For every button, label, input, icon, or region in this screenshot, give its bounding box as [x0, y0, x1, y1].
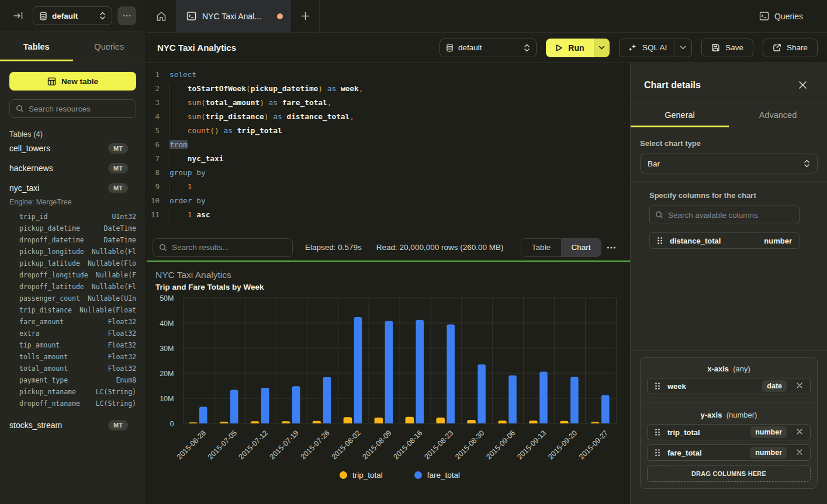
- run-button[interactable]: Run: [546, 39, 594, 57]
- engine-badge: MT: [108, 163, 128, 173]
- column-row[interactable]: pickup_latitudeNullable(Flo: [9, 258, 136, 269]
- tab-general[interactable]: General: [631, 103, 729, 127]
- home-button[interactable]: [147, 0, 176, 32]
- new-table-label: New table: [61, 77, 98, 86]
- table-row[interactable]: cell_towersMT: [9, 138, 136, 158]
- column-row[interactable]: dropoff_latitudeNullable(Fl: [9, 281, 136, 293]
- column-row[interactable]: pickup_datetimeDateTime: [9, 223, 136, 234]
- collapse-sidebar-icon[interactable]: [13, 11, 23, 21]
- axis-column-item[interactable]: weekdate: [647, 378, 811, 394]
- legend-item[interactable]: trip_total: [340, 471, 383, 479]
- axis-column-item[interactable]: trip_totalnumber: [647, 424, 811, 440]
- sql-ai-button[interactable]: SQL AI: [620, 39, 674, 57]
- axis-column-type-badge: number: [750, 426, 787, 438]
- column-row[interactable]: fare_amountFloat32: [9, 316, 136, 328]
- column-name: pickup_datetime: [19, 223, 80, 234]
- save-icon: [711, 43, 720, 52]
- x-axis-name: x-axis: [707, 364, 729, 373]
- tab-advanced[interactable]: Advanced: [729, 103, 827, 127]
- drag-handle-icon[interactable]: [655, 428, 660, 436]
- axis-column-item[interactable]: fare_totalnumber: [647, 444, 811, 461]
- column-type: Float32: [108, 351, 136, 363]
- column-name: fare_amount: [19, 316, 64, 328]
- queries-link[interactable]: Queries: [759, 0, 827, 32]
- column-name: trip_distance: [19, 304, 72, 316]
- legend-dot: [414, 471, 422, 479]
- svg-text:10M: 10M: [160, 395, 174, 403]
- legend-item[interactable]: fare_total: [414, 471, 460, 479]
- column-row[interactable]: dropoff_longitudeNullable(F: [9, 269, 136, 281]
- column-type: Nullable(Fl: [92, 246, 136, 258]
- column-row[interactable]: dropoff_datetimeDateTime: [9, 234, 136, 246]
- available-column-item[interactable]: distance_total number: [649, 232, 800, 249]
- drop-zone[interactable]: DRAG COLUMNS HERE: [647, 465, 811, 482]
- table-row[interactable]: stocks_streamMT: [9, 415, 136, 435]
- code-line: 10order by: [147, 194, 630, 208]
- code-text: 1 asc: [160, 208, 210, 222]
- column-row[interactable]: dropoff_ntanameLC(String): [9, 398, 136, 409]
- engine-badge: MT: [108, 183, 128, 193]
- sql-ai-caret[interactable]: [674, 39, 691, 57]
- view-toggle-chart[interactable]: Chart: [561, 239, 601, 256]
- columns-search-input[interactable]: [668, 211, 794, 220]
- code-line: 5 count() as trip_total: [147, 124, 630, 138]
- axis-column-name: trip_total: [667, 428, 743, 437]
- remove-icon[interactable]: [796, 382, 804, 390]
- table-row[interactable]: nyc_taxiMT: [9, 178, 136, 198]
- remove-icon[interactable]: [796, 428, 804, 436]
- header-database-value: default: [458, 43, 519, 52]
- code-text: sum(total_amount) as fare_total,: [160, 96, 331, 110]
- view-toggle-table[interactable]: Table: [521, 239, 561, 256]
- new-table-button[interactable]: New table: [9, 72, 136, 91]
- sparkles-icon: [628, 43, 637, 53]
- column-name: pickup_ntaname: [19, 386, 76, 398]
- column-type: UInt32: [112, 211, 136, 223]
- code-line: 2 toStartOfWeek(pickup_datetime) as week…: [147, 82, 630, 96]
- column-type: LC(String): [96, 398, 136, 409]
- chart-type-select[interactable]: Bar: [640, 154, 818, 173]
- column-row[interactable]: trip_idUInt32: [9, 211, 136, 223]
- drag-handle-icon[interactable]: [657, 237, 663, 245]
- workspace: 1select2 toStartOfWeek(pickup_datetime) …: [147, 63, 630, 504]
- terminal-icon: [759, 11, 769, 21]
- results-search-input[interactable]: [172, 243, 286, 252]
- sidebar-search-input[interactable]: [29, 105, 130, 113]
- header-database-selector[interactable]: default: [440, 39, 537, 57]
- columns-spec-label: Specify columns for the chart: [649, 191, 800, 200]
- tab-queries[interactable]: Queries: [73, 32, 146, 61]
- column-row[interactable]: pickup_ntanameLC(String): [9, 386, 136, 398]
- sidebar-more-button[interactable]: [117, 6, 136, 25]
- close-icon[interactable]: [798, 80, 808, 91]
- share-button[interactable]: Share: [763, 39, 818, 57]
- database-selector[interactable]: default: [33, 6, 112, 25]
- search-icon: [655, 211, 663, 219]
- column-type: Enum8: [116, 374, 136, 386]
- query-tab[interactable]: NYC Taxi Anal...: [176, 0, 292, 32]
- save-button[interactable]: Save: [701, 39, 753, 57]
- code-text: select: [160, 68, 196, 82]
- bar-chart[interactable]: 010M20M30M40M50M2015-06-282015-07-052015…: [147, 262, 631, 504]
- tab-tables[interactable]: Tables: [0, 32, 73, 61]
- tables-list: cell_towersMThackernewsMTnyc_taxiMT: [9, 138, 136, 198]
- column-row[interactable]: pickup_longitudeNullable(Fl: [9, 246, 136, 258]
- column-row[interactable]: trip_distanceNullable(Float: [9, 304, 136, 316]
- results-more-button[interactable]: [607, 246, 622, 249]
- code-text: 1: [160, 180, 192, 194]
- column-row[interactable]: payment_typeEnum8: [9, 374, 136, 386]
- save-button-label: Save: [725, 43, 743, 52]
- queries-link-label: Queries: [774, 12, 803, 21]
- column-row[interactable]: tolls_amountFloat32: [9, 351, 136, 363]
- column-row[interactable]: total_amountFloat32: [9, 363, 136, 374]
- new-tab-button[interactable]: [292, 0, 320, 32]
- table-row[interactable]: hackernewsMT: [9, 158, 136, 178]
- column-row[interactable]: passenger_countNullable(UIn: [9, 293, 136, 304]
- column-row[interactable]: tip_amountFloat32: [9, 339, 136, 351]
- column-type: Float32: [108, 328, 136, 339]
- remove-icon[interactable]: [796, 449, 804, 457]
- drag-handle-icon[interactable]: [655, 449, 660, 457]
- sql-ai-button-group: SQL AI: [619, 39, 692, 57]
- sql-editor[interactable]: 1select2 toStartOfWeek(pickup_datetime) …: [147, 63, 630, 234]
- drag-handle-icon[interactable]: [655, 382, 660, 390]
- column-row[interactable]: extraFloat32: [9, 328, 136, 339]
- run-options-caret[interactable]: [594, 39, 610, 57]
